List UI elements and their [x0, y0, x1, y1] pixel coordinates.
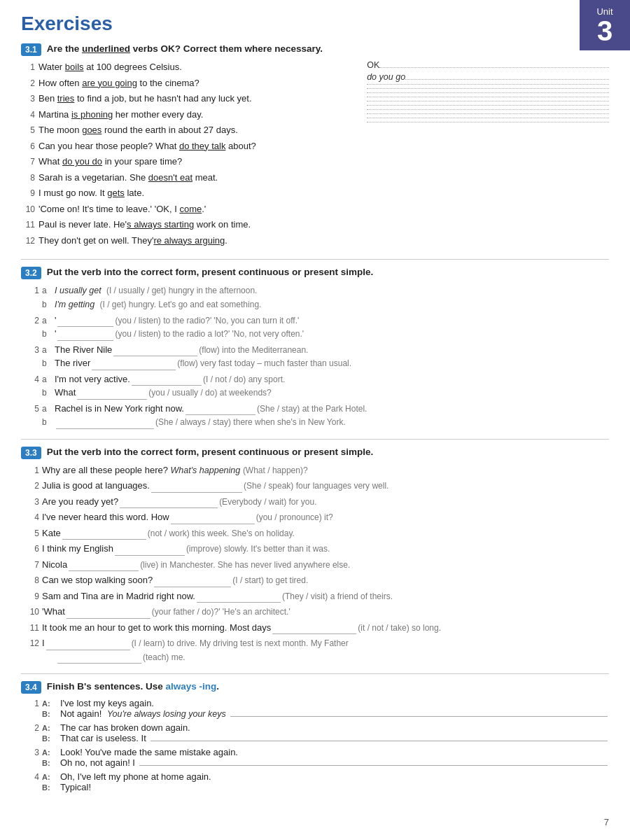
list-item: 4 I've never heard this word. How(you / … [27, 510, 609, 524]
list-item: 6 Can you hear those people? What do the… [21, 139, 360, 153]
section-3-1-header: 3.1 Are the underlined verbs OK? Correct… [21, 43, 609, 56]
answer-row [367, 92, 609, 94]
section-3-2-instruction: Put the verb into the correct form, pres… [47, 267, 374, 277]
list-item: 3 A: Look! You've made the same mistake … [27, 747, 609, 768]
section-3-4-num: 3.4 [21, 681, 41, 694]
unit-badge: Unit 3 [580, 0, 630, 50]
list-item: 12 They don't get on well. They're alway… [21, 234, 360, 248]
list-item: 3 Ben tries to find a job, but he hasn't… [21, 92, 360, 106]
list-item: 2 Julia is good at languages.(She / spea… [27, 479, 609, 493]
answer-row [367, 84, 609, 86]
list-item: 5 The moon goes round the earth in about… [21, 123, 360, 137]
answer-row: do you go [367, 72, 609, 82]
answer-row [367, 113, 609, 115]
list-item: 8 Can we stop walking soon?(I / start) t… [27, 573, 609, 587]
list-item: 2 A: The car has broken down again. B: T… [27, 722, 609, 743]
list-item: 1 A: I've lost my keys again. B: Not aga… [27, 698, 609, 719]
section-3-4-items: 1 A: I've lost my keys again. B: Not aga… [21, 698, 609, 792]
section-3-3-items: 1 Why are all these people here? What's … [21, 463, 609, 664]
answer-row [367, 88, 609, 90]
list-item: 4 A: Oh, I've left my phone at home agai… [27, 771, 609, 792]
list-item: 12 I(I / learn) to drive. My driving tes… [27, 636, 609, 664]
section-3-2-num: 3.2 [21, 267, 41, 279]
section-3-2-items: 1 a I usually get (I / usually / get) hu… [21, 284, 609, 429]
list-item: 8 Sarah is a vegetarian. She doesn't eat… [21, 171, 360, 185]
section-3-3-num: 3.3 [21, 447, 41, 459]
list-item: 9 Sam and Tina are in Madrid right now.(… [27, 589, 609, 603]
section-3-1-content: 1 Water boils at 100 degrees Celsius. 2 … [21, 60, 609, 249]
section-3-4: 3.4 Finish B's sentences. Use always -in… [21, 681, 609, 792]
answer-row [367, 97, 609, 99]
list-item: 1 a I usually get (I / usually / get) hu… [27, 284, 609, 312]
answer-row [367, 105, 609, 107]
list-item: 4 Martina is phoning her mother every da… [21, 108, 360, 122]
list-item: 9 I must go now. It gets late. [21, 186, 360, 200]
list-item: 4 a I'm not very active.(I / not / do) a… [27, 372, 609, 400]
answer-row [367, 118, 609, 120]
answer-row [367, 101, 609, 103]
answer-row: OK [367, 60, 609, 70]
list-item: 1 Water boils at 100 degrees Celsius. [21, 60, 360, 74]
list-item: 2 How often are you going to the cinema? [21, 76, 360, 90]
list-item: 3 Are you ready yet?(Everybody / wait) f… [27, 495, 609, 509]
list-item: 5 Kate(not / work) this week. She's on h… [27, 526, 609, 540]
list-item: 7 What do you do in your spare time? [21, 155, 360, 169]
list-item: 10 'What(your father / do)?' 'He's an ar… [27, 605, 609, 619]
page-title: Exercises [21, 13, 113, 35]
list-item: 5 a Rachel is in New York right now.(She… [27, 402, 609, 429]
list-item: 11 Paul is never late. He's always start… [21, 218, 360, 232]
list-item: 11 It took me an hour to get to work thi… [27, 621, 609, 635]
section-3-1-num: 3.1 [21, 43, 41, 56]
section-3-4-header: 3.4 Finish B's sentences. Use always -in… [21, 681, 609, 694]
section-3-3-instruction: Put the verb into the correct form, pres… [47, 447, 374, 457]
answer-row [367, 109, 609, 111]
list-item: 2 a '(you / listen) to the radio?' 'No, … [27, 314, 609, 341]
section-3-2: 3.2 Put the verb into the correct form, … [21, 267, 609, 429]
list-item: 6 I think my English(improve) slowly. It… [27, 542, 609, 556]
page-header: Exercises [21, 13, 609, 35]
section-3-1-items: 1 Water boils at 100 degrees Celsius. 2 … [21, 60, 360, 249]
page-number: 7 [604, 817, 609, 827]
section-3-1-answers: OK do you go [367, 60, 609, 249]
section-3-1: 3.1 Are the underlined verbs OK? Correct… [21, 43, 609, 249]
list-item: 7 Nicola(live) in Manchester. She has ne… [27, 558, 609, 572]
list-item: 3 a The River Nile(flow) into the Medite… [27, 343, 609, 370]
section-3-4-instruction: Finish B's sentences. Use always -ing. [47, 681, 219, 692]
list-item: 10 'Come on! It's time to leave.' 'OK, I… [21, 202, 360, 216]
section-3-3-header: 3.3 Put the verb into the correct form, … [21, 447, 609, 459]
section-3-2-header: 3.2 Put the verb into the correct form, … [21, 267, 609, 279]
page: Unit 3 Exercises 3.1 Are the underlined … [0, 0, 630, 840]
unit-number: 3 [597, 17, 612, 45]
answer-row [367, 122, 609, 124]
section-3-1-instruction: Are the underlined verbs OK? Correct the… [47, 43, 323, 54]
list-item: 1 Why are all these people here? What's … [27, 463, 609, 477]
section-3-3: 3.3 Put the verb into the correct form, … [21, 447, 609, 664]
